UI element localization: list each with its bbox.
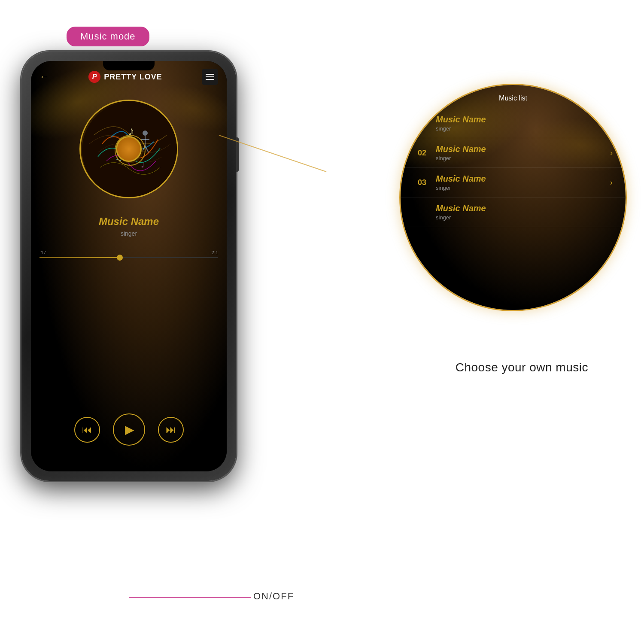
track-artist: singer (31, 230, 227, 237)
chevron-right-icon: › (610, 149, 613, 158)
menu-line (206, 76, 214, 77)
brand-name: PRETTY LOVE (104, 73, 162, 82)
item-number: 01 (418, 119, 431, 128)
svg-point-4 (143, 131, 148, 136)
time-labels: :17 2:1 (39, 250, 218, 255)
item-singer: singer (436, 214, 613, 221)
item-singer: singer (436, 185, 610, 191)
list-item[interactable]: 01 Music Name singer › (401, 109, 626, 138)
on-off-line (129, 597, 251, 598)
progress-section: :17 2:1 (39, 250, 218, 258)
item-singer: singer (436, 155, 610, 161)
item-info: Music Name singer (436, 174, 610, 191)
play-icon: ▶ (125, 422, 134, 437)
phone-screen: ← P PRETTY LOVE (31, 61, 227, 471)
brand-icon: P (88, 71, 100, 83)
list-item[interactable]: Music Name singer (401, 197, 626, 227)
progress-bar[interactable] (39, 257, 218, 258)
on-off-label: ON/OFF (253, 591, 294, 602)
screen-header: ← P PRETTY LOVE (31, 69, 227, 85)
item-info: Music Name singer (436, 115, 610, 132)
item-number: 02 (418, 149, 431, 158)
brand-logo: P PRETTY LOVE (88, 71, 162, 83)
rewind-icon: ⏮ (82, 424, 92, 436)
total-time: 2:1 (212, 250, 218, 255)
current-time: :17 (39, 250, 46, 255)
album-center (116, 136, 142, 162)
choose-music-text: Choose your own music (456, 361, 588, 374)
list-item[interactable]: 02 Music Name singer › (401, 138, 626, 168)
item-name: Music Name (436, 115, 610, 125)
rewind-button[interactable]: ⏮ (74, 417, 100, 443)
music-list-items: 01 Music Name singer › 02 Music Name sin… (401, 109, 626, 227)
music-mode-badge: Music mode (67, 27, 149, 46)
back-button[interactable]: ← (39, 71, 49, 82)
item-name: Music Name (436, 144, 610, 154)
item-name: Music Name (436, 204, 613, 213)
item-singer: singer (436, 125, 610, 132)
phone-notch (103, 61, 155, 70)
chevron-right-icon: › (610, 178, 613, 187)
item-info: Music Name singer (436, 144, 610, 161)
menu-line (206, 74, 214, 75)
menu-button[interactable] (202, 69, 218, 85)
playback-controls: ⏮ ▶ ⏭ (31, 413, 227, 446)
item-name: Music Name (436, 174, 610, 184)
fast-forward-icon: ⏭ (166, 424, 176, 436)
item-number: 03 (418, 178, 431, 187)
svg-text:♩: ♩ (141, 161, 144, 169)
progress-thumb[interactable] (117, 255, 123, 261)
menu-line (206, 79, 214, 80)
track-info: Music Name singer (31, 216, 227, 237)
play-button[interactable]: ▶ (113, 413, 145, 446)
music-list-circle: Music list 01 Music Name singer › 02 Mus… (399, 84, 627, 311)
progress-fill (39, 257, 120, 258)
chevron-right-icon: › (610, 119, 613, 128)
item-info: Music Name singer (436, 204, 613, 221)
phone-outer: ← P PRETTY LOVE (21, 52, 236, 481)
phone: ← P PRETTY LOVE (21, 52, 236, 481)
fast-forward-button[interactable]: ⏭ (158, 417, 184, 443)
music-list-title: Music list (401, 94, 626, 102)
track-name: Music Name (31, 216, 227, 228)
album-art: ♪ ♫ ♩ (79, 100, 178, 198)
list-item[interactable]: 03 Music Name singer › (401, 168, 626, 197)
